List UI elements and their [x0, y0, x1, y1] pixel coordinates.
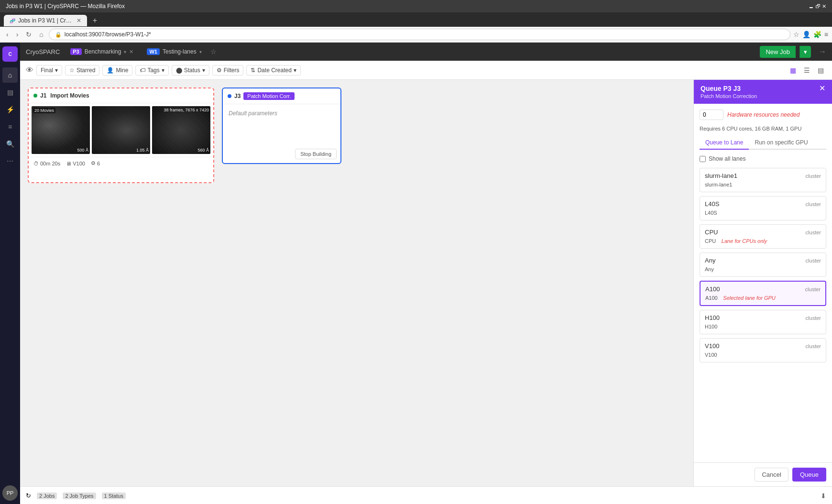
resources-input[interactable] — [700, 110, 723, 120]
sidebar-item-search[interactable]: 🔍 — [2, 136, 18, 152]
jobs-count: 2 Jobs — [37, 493, 57, 499]
mine-label: Mine — [116, 67, 128, 74]
lane-slurm-name: slurm-lane1 — [705, 172, 737, 179]
p3-close-icon[interactable]: ✕ — [129, 49, 133, 55]
lane-v100-value: V100 — [705, 352, 717, 358]
eye-button[interactable]: 👁 — [26, 66, 33, 75]
panel-subtitle: Patch Motion Correction — [701, 93, 757, 99]
final-filter[interactable]: Final ▾ — [36, 65, 62, 76]
job-card-j1[interactable]: J1 Import Movies 20 Movies 500 Å 1.05 Å — [28, 88, 214, 183]
show-all-lanes-checkbox[interactable] — [700, 156, 706, 162]
lane-l40s-name: L40S — [705, 200, 719, 208]
panel-footer: Cancel Queue — [694, 462, 832, 486]
lane-a100-value: A100 — [705, 295, 718, 301]
back-button[interactable]: ‹ — [4, 29, 11, 40]
star-icon[interactable]: ☆ — [210, 48, 217, 55]
thumb-label-1: 20 Movies — [33, 108, 55, 113]
job-card-j3[interactable]: J3 Patch Motion Corr. Default parameters… — [222, 88, 341, 164]
j1-movie-grid: 20 Movies 500 Å 1.05 Å 38 frames, 7676 x… — [29, 103, 213, 157]
jobs-count-stat: 2 Jobs — [37, 493, 57, 499]
mine-filter[interactable]: 👤 Mine — [102, 65, 132, 76]
j3-tag: Patch Motion Corr. — [243, 92, 295, 100]
new-job-dropdown-button[interactable]: ▾ — [799, 46, 811, 58]
new-job-button[interactable]: New Job — [760, 46, 796, 58]
browser-tab-bar: 🧬 Jobs in P3 W1 | Cr… ✕ + — [0, 12, 832, 27]
filters-button[interactable]: ⚙ Filters — [212, 65, 244, 76]
thumbnail-2: 1.05 Å — [92, 106, 150, 154]
menu-icon[interactable]: ≡ — [824, 31, 828, 38]
bookmark-icon[interactable]: ☆ — [793, 31, 799, 38]
starred-filter[interactable]: ☆ Starred — [65, 65, 99, 76]
user-avatar[interactable]: PP — [2, 485, 18, 501]
active-browser-tab[interactable]: 🧬 Jobs in P3 W1 | Cr… ✕ — [4, 15, 87, 26]
j3-default-params: Default parameters — [229, 110, 277, 117]
status-filter[interactable]: ⬤ Status ▾ — [172, 65, 209, 76]
sidebar-item-more[interactable]: ⋯ — [2, 153, 18, 169]
lane-item-h100[interactable]: H100 cluster H100 — [700, 310, 826, 334]
stop-building-button[interactable]: Stop Building — [295, 149, 337, 159]
j1-id: J1 — [40, 92, 46, 99]
app-logo[interactable]: C — [2, 46, 18, 62]
tab-run-specific-gpu[interactable]: Run on specific GPU — [749, 136, 813, 150]
mine-icon: 👤 — [107, 67, 114, 74]
browser-nav-bar: ‹ › ↻ ⌂ 🔒 localhost:39007/browse/P3-W1-J… — [0, 27, 832, 43]
app-name: CryoSPARC — [26, 48, 60, 55]
tab-queue-to-lane[interactable]: Queue to Lane — [700, 136, 749, 150]
nav-icons: ☆ 👤 🧩 ≡ — [793, 31, 828, 38]
lane-item-cpu[interactable]: CPU cluster CPU Lane for CPUs only — [700, 224, 826, 249]
tab-close-icon[interactable]: ✕ — [77, 17, 81, 24]
view-grid-button[interactable]: ▦ — [788, 65, 799, 76]
app-container: C ⌂ ▤ ⚡ ≡ 🔍 ⋯ PP CryoSPARC P3 Benchmarki… — [0, 43, 832, 504]
lane-any-value: Any — [705, 266, 714, 272]
lane-item-l40s[interactable]: L40S cluster L40S — [700, 196, 826, 220]
download-button[interactable]: ⬇ — [821, 492, 826, 500]
address-bar[interactable]: 🔒 localhost:39007/browse/P3-W1-J* — [49, 29, 790, 40]
home-button[interactable]: ⌂ — [37, 29, 45, 40]
panel-body: Hardware resources needed Requires 6 CPU… — [694, 104, 832, 462]
lane-any-type: cluster — [806, 258, 821, 263]
lane-item-a100[interactable]: A100 cluster A100 Selected lane for GPU — [700, 281, 826, 306]
lane-item-any[interactable]: Any cluster Any — [700, 252, 826, 277]
reload-button[interactable]: ↻ — [23, 29, 34, 40]
extensions-icon[interactable]: 🧩 — [813, 31, 821, 38]
p3-tab-label: Benchmarking — [85, 48, 121, 55]
nav-tab-p3[interactable]: P3 Benchmarking ▾ ✕ — [66, 46, 138, 57]
thumbnail-1: 20 Movies 500 Å — [32, 106, 90, 154]
new-tab-button[interactable]: + — [89, 14, 101, 27]
refresh-icon[interactable]: ↻ — [26, 492, 31, 499]
thumb-size-label: 38 frames, 7676 x 7420 — [164, 108, 209, 112]
w1-tab-label: Testing-lanes — [163, 48, 197, 55]
tags-filter[interactable]: 🏷 Tags ▾ — [135, 65, 168, 76]
panel-tabs: Queue to Lane Run on specific GPU — [700, 136, 826, 150]
final-chevron-icon: ▾ — [55, 67, 58, 74]
tab-label: Jobs in P3 W1 | Cr… — [18, 17, 72, 24]
sidebar-item-lightning[interactable]: ⚡ — [2, 102, 18, 117]
status-chevron-icon: ▾ — [202, 67, 205, 74]
lane-item-v100[interactable]: V100 cluster V100 — [700, 338, 826, 362]
lane-item-slurm[interactable]: slurm-lane1 cluster slurm-lane1 — [700, 168, 826, 192]
thumb-scale-2: 1.05 Å — [136, 148, 149, 153]
cancel-button[interactable]: Cancel — [755, 468, 788, 482]
panel-header-content: Queue P3 J3 Patch Motion Correction — [701, 85, 757, 99]
window-controls[interactable]: 🗕 🗗 ✕ — [809, 3, 826, 10]
view-chart-button[interactable]: ▤ — [815, 65, 826, 76]
panel-close-button[interactable]: ✕ — [819, 85, 825, 92]
show-all-lanes-label: Show all lanes — [709, 155, 745, 162]
view-list-button[interactable]: ☰ — [801, 65, 812, 76]
profile-icon[interactable]: 👤 — [802, 31, 810, 38]
starred-label: Starred — [77, 67, 95, 74]
j3-body: Default parameters — [223, 104, 340, 122]
forward-button[interactable]: › — [14, 29, 21, 40]
job-types-count: 2 Job Types — [63, 493, 96, 499]
j1-meta: ⏱ 00m 20s 🖥 V100 ⚙ 6 — [29, 157, 213, 169]
lane-v100-name: V100 — [705, 342, 719, 350]
sort-button[interactable]: ⇅ Date Created ▾ — [246, 65, 300, 76]
lane-slurm-value: slurm-lane1 — [705, 182, 732, 187]
sign-out-button[interactable]: → — [819, 47, 826, 56]
queue-button[interactable]: Queue — [792, 468, 826, 482]
lane-l40s-type: cluster — [806, 201, 821, 207]
sidebar-item-home[interactable]: ⌂ — [2, 67, 18, 83]
nav-tab-w1[interactable]: W1 Testing-lanes ▾ — [142, 46, 206, 57]
sidebar-item-list[interactable]: ≡ — [2, 119, 18, 134]
sidebar-item-folder[interactable]: ▤ — [2, 85, 18, 100]
